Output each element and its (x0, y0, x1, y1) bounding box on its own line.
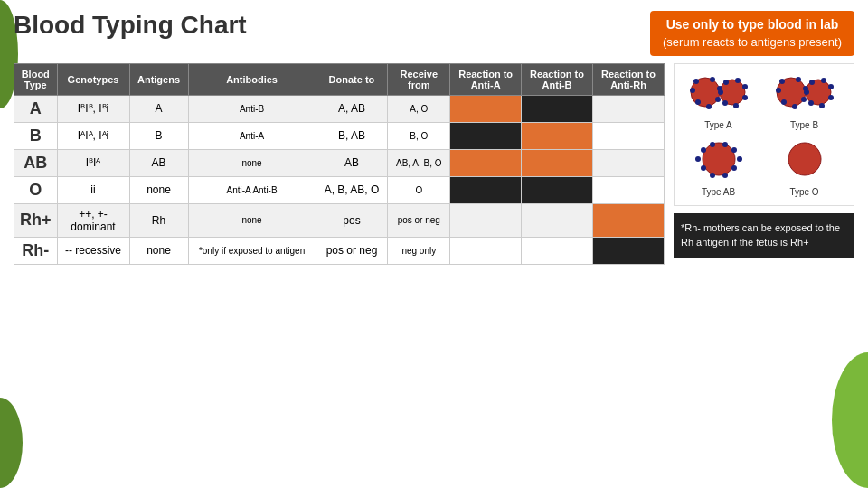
cell-blood-type: Rh+ (14, 203, 58, 237)
cell-genotypes: IᴮIᴮ, Iᴮi (57, 95, 129, 122)
col-header-antigens: Antigens (129, 63, 188, 95)
cell-donate-to: pos (316, 203, 388, 237)
cell-react-antiB (522, 149, 593, 176)
svg-point-5 (706, 104, 712, 109)
blood-img-type-b: Type B (766, 70, 843, 133)
callout-main-line: Use only to type blood in lab (663, 16, 842, 34)
cell-react-antiB (522, 237, 593, 264)
cell-receive-from: AB, A, B, O (388, 149, 450, 176)
cell-react-antiRh (593, 95, 665, 122)
cell-donate-to: pos or neg (316, 237, 388, 264)
svg-point-15 (735, 78, 741, 83)
svg-point-10 (718, 89, 723, 95)
svg-point-24 (796, 77, 801, 82)
svg-point-22 (801, 97, 807, 102)
cell-donate-to: A, B, AB, O (316, 176, 388, 203)
cell-antibodies: Anti-A (188, 122, 316, 149)
svg-point-36 (710, 173, 715, 178)
svg-point-21 (792, 104, 797, 109)
cell-donate-to: AB (316, 149, 388, 176)
svg-point-8 (710, 77, 715, 82)
cell-antibodies: Anti-A Anti-B (188, 176, 316, 203)
cell-blood-type: B (14, 122, 58, 149)
cell-blood-type: Rh- (14, 237, 58, 264)
cell-blood-type: O (14, 176, 58, 203)
table-row: Rh+ ++, +- dominant Rh none pos pos or n… (14, 203, 665, 237)
cell-antigens: Rh (129, 203, 188, 237)
type-o-svg (773, 139, 836, 184)
blood-img-type-ab-label: Type AB (702, 187, 735, 197)
svg-point-3 (690, 88, 695, 93)
svg-point-41 (722, 142, 728, 147)
cell-react-antiB (522, 203, 593, 237)
cell-react-antiA (450, 237, 522, 264)
cell-receive-from: A, O (388, 95, 450, 122)
cell-blood-type: AB (14, 149, 58, 176)
table-row: B IᴬIᴬ, Iᴬi B Anti-A B, AB B, O (14, 122, 665, 149)
svg-point-35 (701, 165, 706, 171)
cell-receive-from: B, O (388, 122, 450, 149)
cell-receive-from: neg only (388, 237, 450, 264)
table-row: O ii none Anti-A Anti-B A, B, AB, O O (14, 176, 665, 203)
type-b-svg (773, 72, 836, 117)
svg-point-29 (828, 95, 834, 100)
svg-point-42 (710, 142, 715, 147)
blood-img-type-a-label: Type A (704, 120, 732, 130)
col-header-react-antiRh: Reaction toAnti-Rh (593, 63, 665, 95)
cell-react-antiB (522, 95, 593, 122)
svg-point-27 (808, 100, 814, 106)
svg-point-9 (723, 80, 729, 85)
svg-point-38 (731, 165, 737, 171)
rh-note-text: *Rh- mothers can be exposed to the Rh an… (681, 222, 840, 249)
svg-point-4 (695, 99, 701, 105)
cell-genotypes: ii (57, 176, 129, 203)
cell-antigens: B (129, 122, 188, 149)
blood-type-chart: BloodType Genotypes Antigens Antibodies … (14, 63, 665, 265)
svg-point-39 (737, 156, 742, 162)
cell-antibodies: *only if exposed to antigen (188, 237, 316, 264)
cell-blood-type: A (14, 95, 58, 122)
page-title: Blood Typing Chart (14, 11, 247, 40)
svg-point-18 (779, 79, 785, 84)
svg-point-25 (809, 80, 815, 85)
cell-react-antiA (450, 95, 522, 122)
callout-box: Use only to type blood in lab (serum rea… (650, 11, 854, 56)
cell-antibodies: none (188, 149, 316, 176)
blood-img-type-ab: Type AB (680, 136, 757, 200)
col-header-react-antiA: Reaction toAnti-A (450, 63, 522, 95)
svg-point-31 (821, 78, 826, 83)
cell-antibodies: none (188, 203, 316, 237)
cell-react-antiRh (593, 176, 665, 203)
col-header-genotypes: Genotypes (57, 63, 129, 95)
svg-point-32 (703, 143, 735, 175)
svg-point-20 (781, 99, 787, 105)
svg-point-40 (731, 147, 737, 153)
cell-donate-to: A, AB (316, 95, 388, 122)
cell-antigens: AB (129, 149, 188, 176)
cell-antigens: none (129, 237, 188, 264)
col-header-blood-type: BloodType (14, 63, 58, 95)
cell-react-antiRh (593, 149, 665, 176)
cell-receive-from: pos or neg (388, 203, 450, 237)
cell-genotypes: IᴮIᴬ (57, 149, 129, 176)
blood-img-type-o-label: Type O (789, 187, 818, 197)
table-row: Rh- -- recessive none *only if exposed t… (14, 237, 665, 264)
svg-point-26 (804, 89, 809, 95)
svg-point-14 (742, 84, 748, 89)
rh-note-box: *Rh- mothers can be exposed to the Rh an… (674, 213, 854, 258)
callout-sub-line: (serum reacts to antigens present) (663, 34, 842, 51)
cell-react-antiA (450, 122, 522, 149)
cell-antigens: none (129, 176, 188, 203)
svg-point-11 (722, 100, 728, 106)
blood-img-type-b-label: Type B (790, 120, 818, 130)
svg-point-28 (819, 103, 825, 108)
type-a-svg (687, 72, 750, 117)
svg-point-43 (788, 143, 821, 175)
col-header-receive-from: Receivefrom (388, 63, 450, 95)
right-panel: Type A (674, 63, 854, 265)
table-row: A IᴮIᴮ, Iᴮi A Anti-B A, AB A, O (14, 95, 665, 122)
svg-point-33 (701, 147, 706, 153)
svg-point-13 (742, 95, 748, 100)
cell-genotypes: -- recessive (57, 237, 129, 264)
table-row: AB IᴮIᴬ AB none AB AB, A, B, O (14, 149, 665, 176)
